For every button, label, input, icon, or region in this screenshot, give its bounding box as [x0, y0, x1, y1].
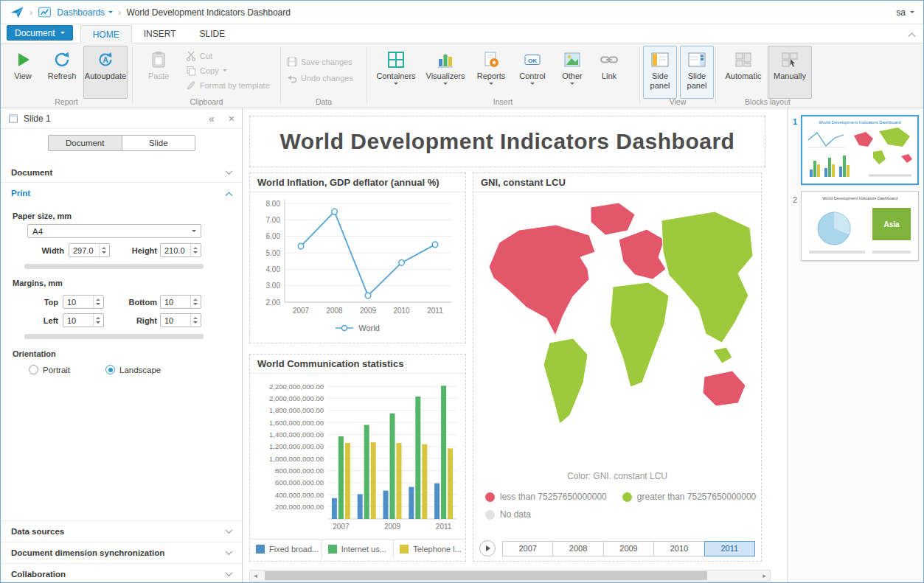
y-axis-tick: 2.00 — [266, 299, 281, 307]
margin-right-spinner[interactable] — [160, 313, 201, 327]
link-button[interactable]: Link — [593, 46, 625, 99]
landscape-radio[interactable] — [105, 365, 115, 374]
containers-button[interactable]: Containers — [373, 46, 419, 99]
y-axis-tick: 200,000,000.00 — [275, 503, 324, 511]
spinner-arrows[interactable] — [93, 314, 103, 327]
margin-left-spinner[interactable] — [63, 313, 104, 327]
side-panel-toggle[interactable]: Side panel — [643, 46, 677, 99]
spinner-arrows[interactable] — [190, 314, 200, 327]
scroll-left-arrow[interactable]: ◂ — [250, 572, 261, 579]
margin-right-input[interactable] — [161, 314, 190, 327]
breadcrumb-dashboards[interactable]: Dashboards — [57, 7, 113, 18]
spinner-arrows[interactable] — [93, 296, 103, 308]
timeline-year-button-2011[interactable]: 2011 — [704, 541, 755, 556]
section-data-sources[interactable]: Data sources — [1, 520, 242, 541]
slide-panel-toggle[interactable]: Slide panel — [680, 46, 714, 99]
view-button[interactable]: View — [5, 46, 41, 99]
paste-button[interactable]: Paste — [140, 46, 177, 99]
x-axis-tick: 2011 — [436, 523, 452, 531]
format-brush-icon — [186, 80, 196, 91]
horizontal-scrollbar[interactable] — [24, 334, 204, 339]
user-menu[interactable]: sa — [896, 7, 914, 18]
inflation-line-chart-block[interactable]: World Inflation, GDP deflator (annual %)… — [249, 172, 466, 343]
autoupdate-button[interactable]: A Autoupdate — [83, 46, 128, 99]
collapse-ribbon-button[interactable] — [909, 29, 914, 39]
document-mode-button[interactable]: Document — [49, 136, 122, 150]
margin-top-input[interactable] — [63, 296, 93, 308]
y-axis-tick: 2,000,000,000.00 — [269, 394, 324, 402]
ribbon-group-data: Save changes Undo changes Data — [281, 43, 367, 108]
slide-number-1[interactable]: 1 — [791, 117, 799, 126]
portrait-radio-label[interactable]: Portrait — [43, 366, 70, 374]
timeline-year-button-2008[interactable]: 2008 — [552, 541, 603, 556]
paper-size-select[interactable]: A4 — [27, 224, 201, 238]
copy-button[interactable]: Copy — [186, 64, 227, 77]
slides-panel: 1 World Development Indicators Dashboard — [787, 108, 923, 582]
map-region-asia[interactable] — [661, 212, 753, 343]
refresh-button[interactable]: Refresh — [43, 46, 81, 99]
timeline-year-button-2009[interactable]: 2009 — [603, 541, 654, 556]
section-dimension-sync[interactable]: Document dimension synchronization — [1, 542, 242, 562]
save-changes-button[interactable]: Save changes — [287, 55, 352, 68]
other-image-icon — [563, 50, 582, 69]
section-collaboration[interactable]: Collaboration — [1, 563, 242, 583]
timeline-play-button[interactable] — [479, 540, 496, 556]
scrollbar-track[interactable] — [261, 570, 759, 581]
control-button[interactable]: OK Control — [513, 46, 552, 99]
height-input[interactable] — [161, 244, 190, 256]
slide-mode-button[interactable]: Slide — [122, 136, 195, 150]
horizontal-scrollbar[interactable] — [24, 264, 204, 269]
save-floppy-icon — [287, 57, 297, 67]
spinner-arrows[interactable] — [190, 244, 200, 256]
svg-text:World Development Indicators D: World Development Indicators Dashboard — [822, 196, 897, 200]
other-button[interactable]: Other — [555, 46, 590, 99]
tab-insert[interactable]: INSERT — [132, 24, 188, 43]
scroll-right-arrow[interactable]: ▸ — [759, 572, 770, 579]
dashboard-title-block[interactable]: World Development Indicators Dashboard — [249, 116, 765, 167]
slide-thumbnail-1[interactable]: World Development Indicators Dashboard — [801, 115, 919, 185]
section-document[interactable]: Document — [1, 162, 242, 183]
margin-left-input[interactable] — [63, 314, 93, 327]
spinner-arrows[interactable] — [99, 244, 108, 256]
margin-top-spinner[interactable] — [63, 295, 104, 309]
margin-left-label: Left — [23, 316, 58, 325]
automatic-layout-button[interactable]: Automatic — [722, 46, 765, 99]
height-spinner[interactable] — [160, 243, 201, 257]
map-region-australia[interactable] — [703, 371, 746, 406]
manually-layout-button[interactable]: Manually — [768, 46, 812, 99]
slide-number-2[interactable]: 2 — [791, 195, 799, 204]
cut-button[interactable]: Cut — [186, 49, 212, 62]
gni-map-block[interactable]: GNI, constant LCU Color: GNI. constant L… — [473, 172, 762, 562]
width-input[interactable] — [69, 244, 99, 256]
width-spinner[interactable] — [69, 243, 110, 257]
timeline-year-button-2010[interactable]: 2010 — [653, 541, 704, 556]
visualizers-button[interactable]: Visualizers — [422, 46, 469, 99]
map-region-north-america[interactable] — [489, 225, 595, 335]
collapse-panel-button[interactable]: « — [209, 113, 215, 125]
section-print[interactable]: Print — [1, 183, 242, 203]
scrollbar-thumb[interactable] — [265, 571, 707, 580]
close-panel-button[interactable]: × — [229, 113, 235, 125]
map-region-africa[interactable] — [610, 282, 669, 387]
landscape-radio-label[interactable]: Landscape — [119, 366, 161, 374]
margin-bottom-spinner[interactable] — [160, 295, 201, 309]
document-menu-button[interactable]: Document — [7, 25, 73, 41]
map-region-greenland[interactable] — [591, 203, 635, 235]
world-map[interactable] — [479, 197, 756, 459]
chevron-down-icon — [570, 83, 574, 85]
map-region-south-america[interactable] — [543, 338, 588, 424]
timeline-year-button-2007[interactable]: 2007 — [502, 541, 553, 556]
horizontal-scrollbar[interactable]: ◂ ▸ — [249, 570, 771, 582]
portrait-radio[interactable] — [29, 365, 38, 374]
slide-thumbnail-2[interactable]: World Development Indicators Dashboard A… — [801, 191, 919, 261]
format-by-template-button[interactable]: Format by template — [186, 79, 270, 91]
map-region-islands[interactable] — [713, 347, 732, 363]
communication-bar-chart-block[interactable]: World Communication statistics 2,200,000… — [249, 354, 466, 562]
tab-home[interactable]: HOME — [80, 25, 132, 43]
spinner-arrows[interactable] — [190, 296, 200, 308]
tab-slide[interactable]: SLIDE — [188, 24, 237, 43]
map-region-europe[interactable] — [619, 229, 666, 279]
undo-changes-button[interactable]: Undo changes — [287, 71, 353, 84]
reports-button[interactable]: Reports — [472, 46, 510, 99]
margin-bottom-input[interactable] — [161, 296, 190, 308]
